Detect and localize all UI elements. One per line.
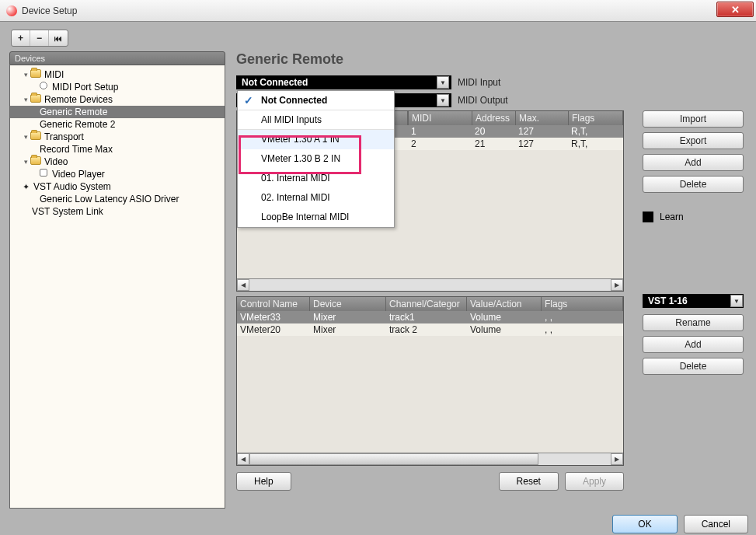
dd-item-internal-2[interactable]: 02. Internal MIDI [238,188,394,208]
device-toolbar: + − ⏮ [11,30,68,47]
dd-item-not-connected[interactable]: ✓Not Connected [238,91,394,110]
midi-input-value: Not Connected [242,77,308,88]
midi-input-label: MIDI Input [458,77,500,88]
rename-button[interactable]: Rename [643,314,744,331]
upper-hscroll[interactable]: ◀▶ [237,278,623,291]
learn-checkbox[interactable] [643,212,653,222]
tree-generic-remote-2[interactable]: Generic Remote 2 [10,118,225,131]
tree-vst-audio[interactable]: ✦VST Audio System [10,180,225,193]
vst-bank-combo[interactable]: VST 1-16 ▼ [643,294,744,308]
learn-row: Learn [643,212,744,222]
close-button[interactable]: ✕ [716,2,754,17]
title-bar: Device Setup ✕ [0,0,756,22]
add-button-lower[interactable]: Add [643,336,744,353]
app-icon [6,5,17,16]
tree-generic-remote[interactable]: Generic Remote [10,106,225,118]
dd-item-vmeter-b[interactable]: VMeter 1.30 B 2 IN [238,149,394,169]
devices-tree[interactable]: ▾MIDI MIDI Port Setup ▾Remote Devices Ge… [9,65,225,509]
table-row[interactable]: VMeter33 Mixer track1 Volume , , [237,311,623,323]
dd-item-loopbe[interactable]: LoopBe Internal MIDI [238,208,394,227]
reset-button[interactable]: Reset [499,472,559,491]
tree-transport[interactable]: ▾Transport [10,131,225,143]
add-button-upper[interactable]: Add [643,154,744,171]
tree-remote-devices[interactable]: ▾Remote Devices [10,93,225,106]
devices-panel: Devices ▾MIDI MIDI Port Setup ▾Remote De… [9,51,225,509]
export-button[interactable]: Export [643,132,744,149]
midi-input-combo[interactable]: Not Connected ▼ [236,75,451,89]
learn-label: Learn [660,212,684,222]
tree-record-time-max[interactable]: Record Time Max [10,143,225,156]
control-table-lower: Control Name Device Channel/Categor Valu… [236,296,624,466]
lower-table-body[interactable]: VMeter33 Mixer track1 Volume , , VMeter2… [237,311,623,453]
window-title: Device Setup [22,5,77,16]
lower-table-header: Control Name Device Channel/Categor Valu… [237,297,623,311]
chevron-down-icon: ▼ [437,94,449,107]
tree-vst-system-link[interactable]: VST System Link [10,205,225,218]
midi-output-label: MIDI Output [458,95,508,106]
section-title: Generic Remote [236,51,750,70]
midi-input-dropdown[interactable]: ✓Not Connected All MIDI Inputs VMeter 1.… [237,90,395,228]
tree-video[interactable]: ▾Video [10,156,225,168]
import-button[interactable]: Import [643,110,744,128]
dd-item-vmeter-a[interactable]: VMeter 1.30 A 1 IN [238,130,394,149]
tree-video-player[interactable]: Video Player [10,168,225,180]
devices-header: Devices [9,51,225,65]
help-button[interactable]: Help [236,472,291,491]
reset-device-button[interactable]: ⏮ [49,30,68,46]
apply-button[interactable]: Apply [565,472,624,491]
ok-button[interactable]: OK [612,515,677,533]
lower-hscroll[interactable]: ◀▶ [237,453,623,465]
add-device-button[interactable]: + [12,30,30,46]
remove-device-button[interactable]: − [30,30,49,46]
tree-midi-port-setup[interactable]: MIDI Port Setup [10,81,225,93]
chevron-down-icon: ▼ [437,76,449,89]
table-row[interactable]: VMeter20 Mixer track 2 Volume , , [237,323,623,336]
tree-midi[interactable]: ▾MIDI [10,68,225,81]
delete-button-upper[interactable]: Delete [643,176,744,193]
dd-item-all-midi[interactable]: All MIDI Inputs [238,110,394,130]
cancel-button[interactable]: Cancel [684,515,748,533]
chevron-down-icon: ▼ [730,295,743,307]
tree-asio-driver[interactable]: Generic Low Latency ASIO Driver [10,193,225,205]
check-icon: ✓ [244,94,253,107]
dd-item-internal-1[interactable]: 01. Internal MIDI [238,169,394,188]
delete-button-lower[interactable]: Delete [643,358,744,375]
